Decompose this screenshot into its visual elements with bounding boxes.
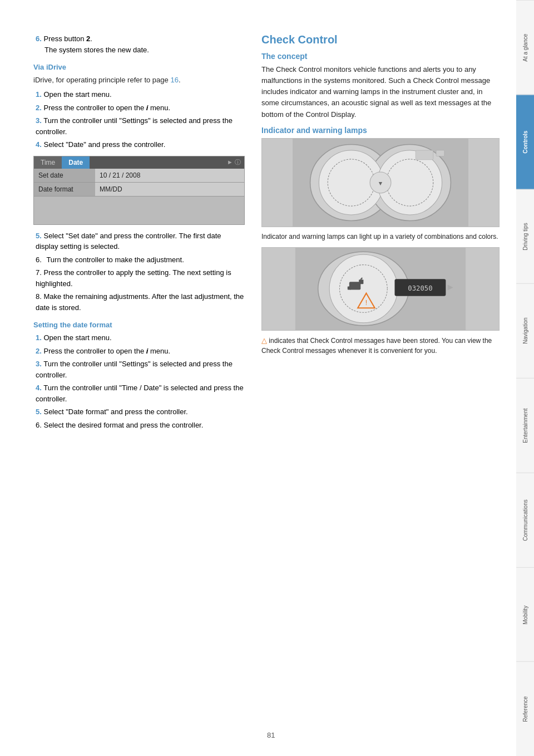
svg-rect-17 xyxy=(348,286,351,289)
idrive-step1-num: 1. xyxy=(36,90,42,99)
sidebar-item-mobility[interactable]: Mobility xyxy=(516,567,534,662)
menu-header-icons: ► ⓘ xyxy=(90,156,244,169)
after-step5-text: Select "Set date" and press the controll… xyxy=(36,232,221,251)
fmt-step1: 1. Open the start menu. xyxy=(33,332,245,343)
menu-empty-area xyxy=(34,197,244,224)
step6-intro: 6. Press button 2. The system stores the… xyxy=(33,33,245,55)
menu-tab-date: Date xyxy=(62,156,90,169)
idrive-step2-num: 2. xyxy=(36,104,42,112)
page-link[interactable]: 16 xyxy=(170,76,178,84)
idrive-step2-text: Press the controller to open the i menu. xyxy=(43,104,170,112)
step6-text2: . xyxy=(90,35,92,43)
step6-number: 6. xyxy=(36,35,42,43)
concept-text: The Check Control monitors vehicle funct… xyxy=(261,64,500,120)
fmt-step4: 4. Turn the controller until "Time / Dat… xyxy=(33,382,245,404)
after-step6-num: 6. xyxy=(36,254,44,266)
menu-row-dateformat: Date format MM/DD xyxy=(34,183,244,197)
warning-caption: △ indicates that Check Control messages … xyxy=(261,335,500,356)
fmt-step3: 3. Turn the controller until "Settings" … xyxy=(33,359,245,380)
fmt-step2-num: 2. xyxy=(36,347,42,355)
instrument-image-2: ! 032050 xyxy=(261,247,500,331)
gauge-svg-2: ! 032050 xyxy=(262,248,499,330)
svg-rect-9 xyxy=(416,150,433,160)
menu-row-setdate-label: Set date xyxy=(34,169,95,182)
menu-row-dateformat-label: Date format xyxy=(34,183,95,196)
gauge-svg-1: ▼ xyxy=(262,139,499,227)
fmt-step5-num: 5. xyxy=(36,408,42,416)
menu-row-dateformat-value: MM/DD xyxy=(95,183,244,196)
idrive-step3-num: 3. xyxy=(36,116,42,125)
after-menu-step5: 5. Select "Set date" and press the contr… xyxy=(33,230,245,252)
menu-row-setdate-value: 10 / 21 / 2008 xyxy=(95,169,244,182)
svg-text:!: ! xyxy=(365,299,367,307)
sidebar-item-at-a-glance[interactable]: At a glance xyxy=(516,0,534,95)
main-content: 6. Press button 2. The system stores the… xyxy=(0,0,516,756)
fmt-step3-num: 3. xyxy=(36,360,42,368)
step6-text1: Press button xyxy=(43,35,86,43)
fmt-step2: 2. Press the controller to open the i me… xyxy=(33,346,245,357)
date-format-header: Setting the date format xyxy=(33,321,245,329)
idrive-step4-text: Select "Date" and press the controller. xyxy=(43,140,165,149)
after-step6-text: Turn the controller to make the adjustme… xyxy=(46,256,184,264)
warning-symbol: △ xyxy=(261,336,267,345)
svg-rect-16 xyxy=(359,279,363,284)
page-title: Check Control xyxy=(261,33,500,46)
sidebar-item-driving-tips[interactable]: Driving tips xyxy=(516,189,534,284)
idrive-step1-text: Open the start menu. xyxy=(43,90,111,99)
svg-text:▼: ▼ xyxy=(378,180,383,186)
indicator-header: Indicator and warning lamps xyxy=(261,126,500,135)
sidebar-item-communications[interactable]: Communications xyxy=(516,473,534,567)
idrive-step4-num: 4. xyxy=(36,140,42,149)
indicator-caption: Indicator and warning lamps can light up… xyxy=(261,232,500,242)
menu-row-setdate: Set date 10 / 21 / 2008 xyxy=(34,169,244,183)
idrive-step3-text: Turn the controller until "Settings" is … xyxy=(36,116,233,136)
fmt-step4-text: Turn the controller until "Time / Date" … xyxy=(36,384,244,403)
menu-tab-time: Time xyxy=(34,156,62,169)
after-step5-num: 5. xyxy=(36,232,42,240)
fmt-step5: 5. Select "Date format" and press the co… xyxy=(33,406,245,418)
sidebar-item-controls[interactable]: Controls xyxy=(516,95,534,189)
fmt-step3-text: Turn the controller until "Settings" is … xyxy=(36,360,233,379)
svg-rect-10 xyxy=(436,150,444,156)
after-menu-step8: 8. Make the remaining adjustments. After… xyxy=(33,291,245,313)
fmt-step1-text: Open the start menu. xyxy=(43,333,111,342)
fmt-step5-text: Select "Date format" and press the contr… xyxy=(43,408,187,416)
fmt-step6-num: 6. xyxy=(36,421,42,429)
sidebar-item-reference[interactable]: Reference xyxy=(516,661,534,756)
sidebar-item-navigation[interactable]: Navigation xyxy=(516,283,534,378)
right-column: Check Control The concept The Check Cont… xyxy=(261,33,500,723)
concept-header: The concept xyxy=(261,52,500,61)
fmt-step4-num: 4. xyxy=(36,384,42,392)
idrive-step-1: 1. Open the start menu. xyxy=(33,89,245,100)
after-menu-step6: 6. Turn the controller to make the adjus… xyxy=(33,254,245,266)
after-step8-text: Make the remaining adjustments. After th… xyxy=(36,292,244,312)
after-step8-num: 8. xyxy=(36,292,42,301)
menu-header: Time Date ► ⓘ xyxy=(34,156,244,169)
via-idrive-section: Via iDrive iDrive, for operating princip… xyxy=(33,63,245,150)
after-menu-step7: 7. Press the controller to apply the set… xyxy=(33,267,245,289)
fmt-step1-num: 1. xyxy=(36,333,42,342)
date-format-section: Setting the date format 1. Open the star… xyxy=(33,321,245,430)
sidebar-item-entertainment[interactable]: Entertainment xyxy=(516,378,534,473)
menu-screenshot: Time Date ► ⓘ Set date 10 / 21 / 2008 Da… xyxy=(33,156,245,225)
warning-caption-text: indicates that Check Control messages ha… xyxy=(261,337,492,355)
idrive-step-4: 4. Select "Date" and press the controlle… xyxy=(33,139,245,150)
step6-sub: The system stores the new date. xyxy=(36,46,149,54)
after-step7-num: 7. xyxy=(36,268,42,277)
after-step7-text: Press the controller to apply the settin… xyxy=(36,268,231,288)
via-idrive-intro: iDrive, for operating principle refer to… xyxy=(33,75,245,86)
left-column: 6. Press button 2. The system stores the… xyxy=(33,33,245,723)
instrument-image-1: ▼ xyxy=(261,138,500,227)
page-number: 81 xyxy=(267,731,275,739)
sidebar: At a glance Controls Driving tips Naviga… xyxy=(516,0,534,756)
via-idrive-header: Via iDrive xyxy=(33,63,245,71)
svg-text:032050: 032050 xyxy=(408,284,432,292)
fmt-step2-text: Press the controller to open the i menu. xyxy=(43,347,170,355)
idrive-step-3: 3. Turn the controller until "Settings" … xyxy=(33,115,245,137)
fmt-step6: 6. Select the desired format and press t… xyxy=(33,420,245,431)
fmt-step6-text: Select the desired format and press the … xyxy=(43,421,203,429)
idrive-step-2: 2. Press the controller to open the i me… xyxy=(33,102,245,114)
